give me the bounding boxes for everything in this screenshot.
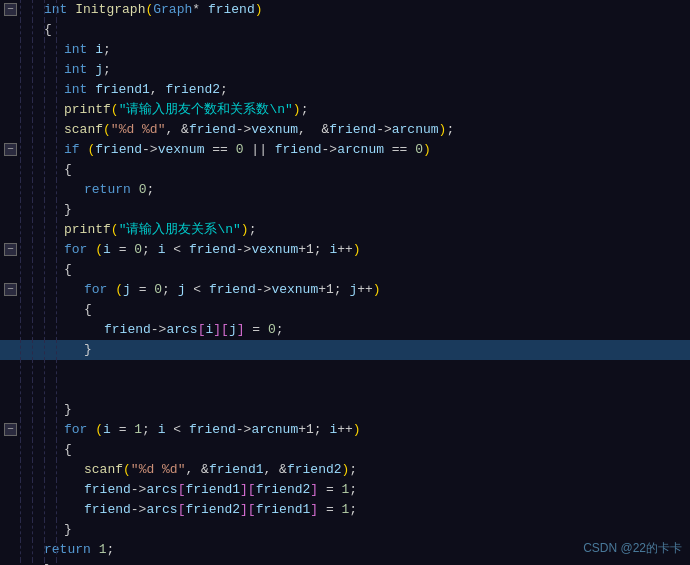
line-gutter — [0, 300, 44, 320]
line-content: printf("请输入朋友关系\n"); — [44, 220, 690, 240]
line-gutter: − — [0, 280, 44, 300]
code-line: printf("请输入朋友关系\n"); — [0, 220, 690, 240]
line-gutter — [0, 520, 44, 540]
line-content: printf("请输入朋友个数和关系数\n"); — [44, 100, 690, 120]
line-content: } — [44, 560, 690, 565]
line-gutter — [0, 440, 44, 460]
line-content: { — [44, 300, 690, 320]
line-content: scanf("%d %d", &friend->vexnum, &friend-… — [44, 120, 690, 140]
code-line: −for (i = 1; i < friend->arcnum+1; i++) — [0, 420, 690, 440]
line-content: { — [44, 260, 690, 280]
code-line: } — [0, 400, 690, 420]
line-gutter — [0, 260, 44, 280]
line-gutter — [0, 200, 44, 220]
code-line: { — [0, 160, 690, 180]
line-gutter — [0, 540, 44, 560]
line-content: scanf("%d %d", &friend1, &friend2); — [44, 460, 690, 480]
code-line: { — [0, 260, 690, 280]
line-content — [44, 380, 690, 400]
line-gutter — [0, 500, 44, 520]
line-gutter — [0, 400, 44, 420]
line-content: friend->arcs[i][j] = 0; — [44, 320, 690, 340]
code-line: } — [0, 340, 690, 360]
line-content: } — [44, 520, 690, 540]
line-gutter — [0, 460, 44, 480]
line-content: for (i = 1; i < friend->arcnum+1; i++) — [44, 420, 690, 440]
line-content: int Initgraph(Graph* friend) — [44, 0, 690, 20]
line-content: int i; — [44, 40, 690, 60]
code-line: int friend1, friend2; — [0, 80, 690, 100]
line-content: } — [44, 400, 690, 420]
code-line: int j; — [0, 60, 690, 80]
line-gutter — [0, 360, 44, 380]
line-content: { — [44, 160, 690, 180]
code-editor: −int Initgraph(Graph* friend){int i;int … — [0, 0, 690, 565]
line-content: int friend1, friend2; — [44, 80, 690, 100]
line-content: int j; — [44, 60, 690, 80]
line-gutter: − — [0, 140, 44, 160]
code-line: −int Initgraph(Graph* friend) — [0, 0, 690, 20]
code-line: friend->arcs[friend1][friend2] = 1; — [0, 480, 690, 500]
line-gutter — [0, 20, 44, 40]
line-content: return 0; — [44, 180, 690, 200]
code-line: } — [0, 200, 690, 220]
fold-button[interactable]: − — [4, 423, 17, 436]
code-line — [0, 380, 690, 400]
code-line: } — [0, 560, 690, 565]
line-gutter — [0, 180, 44, 200]
line-content: for (i = 0; i < friend->vexnum+1; i++) — [44, 240, 690, 260]
code-line: friend->arcs[i][j] = 0; — [0, 320, 690, 340]
line-gutter — [0, 320, 44, 340]
line-content: } — [44, 340, 690, 360]
fold-button[interactable]: − — [4, 243, 17, 256]
fold-button[interactable]: − — [4, 283, 17, 296]
line-gutter — [0, 120, 44, 140]
line-gutter — [0, 160, 44, 180]
line-gutter — [0, 560, 44, 565]
line-gutter — [0, 220, 44, 240]
line-gutter — [0, 340, 44, 360]
code-line: −for (j = 0; j < friend->vexnum+1; j++) — [0, 280, 690, 300]
line-gutter — [0, 40, 44, 60]
fold-button[interactable]: − — [4, 143, 17, 156]
code-line: { — [0, 440, 690, 460]
code-line: −if (friend->vexnum == 0 || friend->arcn… — [0, 140, 690, 160]
line-gutter — [0, 100, 44, 120]
line-gutter — [0, 480, 44, 500]
line-content: if (friend->vexnum == 0 || friend->arcnu… — [44, 140, 690, 160]
line-gutter — [0, 80, 44, 100]
line-content: { — [44, 20, 690, 40]
code-line: return 0; — [0, 180, 690, 200]
line-content — [44, 360, 690, 380]
code-line: { — [0, 20, 690, 40]
line-gutter — [0, 60, 44, 80]
code-line: } — [0, 520, 690, 540]
code-line: { — [0, 300, 690, 320]
code-line: int i; — [0, 40, 690, 60]
line-content: friend->arcs[friend1][friend2] = 1; — [44, 480, 690, 500]
line-content: { — [44, 440, 690, 460]
code-line: scanf("%d %d", &friend->vexnum, &friend-… — [0, 120, 690, 140]
watermark: CSDN @22的卡卡 — [583, 540, 682, 557]
line-gutter: − — [0, 420, 44, 440]
line-gutter — [0, 380, 44, 400]
line-content: for (j = 0; j < friend->vexnum+1; j++) — [44, 280, 690, 300]
line-content: friend->arcs[friend2][friend1] = 1; — [44, 500, 690, 520]
code-line: friend->arcs[friend2][friend1] = 1; — [0, 500, 690, 520]
line-gutter: − — [0, 240, 44, 260]
code-line — [0, 360, 690, 380]
code-line: scanf("%d %d", &friend1, &friend2); — [0, 460, 690, 480]
fold-button[interactable]: − — [4, 3, 17, 16]
line-content: } — [44, 200, 690, 220]
code-line: −for (i = 0; i < friend->vexnum+1; i++) — [0, 240, 690, 260]
code-line: printf("请输入朋友个数和关系数\n"); — [0, 100, 690, 120]
line-gutter: − — [0, 0, 44, 20]
